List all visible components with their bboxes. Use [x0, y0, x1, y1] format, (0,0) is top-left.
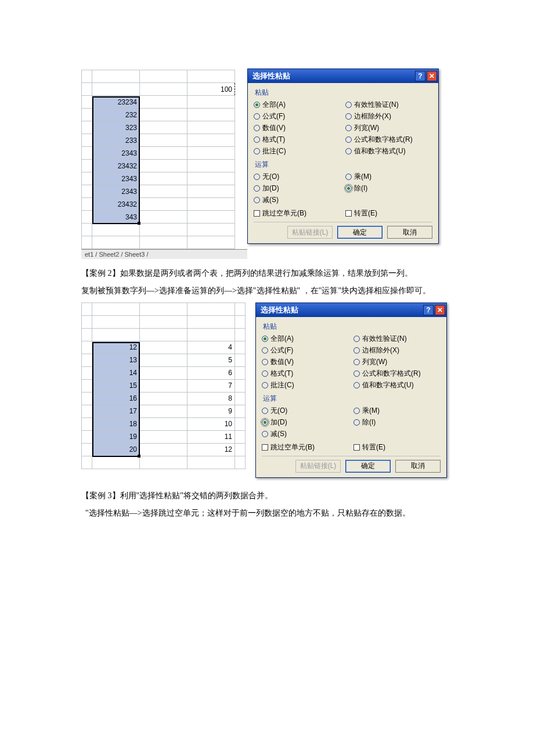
ok-button[interactable]: 确定 — [345, 460, 391, 473]
paste-special-dialog-1: 选择性粘贴 ? ✕ 粘贴 全部(A) 有效性验证(N) 公式(F) 边框除外(X… — [247, 69, 439, 244]
opt-validation[interactable]: 有效性验证(N) — [345, 100, 432, 110]
opt-all[interactable]: 全部(A) — [254, 100, 341, 110]
opt-except-border[interactable]: 边框除外(X) — [345, 111, 432, 121]
opt-except-border[interactable]: 边框除外(X) — [353, 345, 441, 355]
opt-colwidth-label: 列宽(W) — [362, 357, 387, 367]
cell-a9[interactable]: 23432 — [92, 198, 140, 211]
opt-comments[interactable]: 批注(C) — [254, 146, 341, 156]
cell-a4b[interactable]: 15 — [92, 379, 140, 392]
radio-icon — [254, 197, 260, 203]
skip-blanks-label: 跳过空单元(B) — [270, 442, 315, 452]
radio-icon — [353, 370, 360, 377]
opt-formulas[interactable]: 公式(F) — [262, 345, 349, 355]
spreadsheet-1[interactable]: 100 23234 232 323 233 2343 23432 2343 23… — [81, 70, 247, 259]
selection-handle-2[interactable] — [138, 455, 140, 458]
close-icon[interactable]: ✕ — [435, 305, 445, 315]
skip-blanks-check[interactable]: 跳过空单元(B) — [262, 442, 349, 452]
dialog-titlebar[interactable]: 选择性粘贴 ? ✕ — [256, 303, 446, 317]
radio-icon — [353, 419, 360, 426]
cancel-button[interactable]: 取消 — [395, 460, 441, 473]
op-mul[interactable]: 乘(M) — [353, 406, 441, 416]
cell-c9[interactable]: 12 — [187, 443, 235, 456]
op-none[interactable]: 无(O) — [262, 406, 349, 416]
cell-a2b[interactable]: 13 — [92, 354, 140, 366]
opt-value-num-label: 值和数字格式(U) — [362, 380, 414, 390]
dialog-title: 选择性粘贴 — [252, 71, 290, 81]
op-sub[interactable]: 减(S) — [254, 195, 341, 205]
opt-formulas-label: 公式(F) — [262, 111, 285, 121]
cell-a6b[interactable]: 17 — [92, 405, 140, 417]
paste-link-button: 粘贴链接(L) — [287, 226, 333, 239]
opt-values[interactable]: 数值(V) — [262, 357, 349, 367]
opt-value-num-label: 值和数字格式(U) — [354, 146, 406, 156]
op-sub-label: 减(S) — [270, 429, 287, 439]
opt-comments[interactable]: 批注(C) — [262, 380, 349, 390]
opt-colwidth[interactable]: 列宽(W) — [345, 123, 432, 133]
cell-c7[interactable]: 10 — [187, 417, 235, 430]
dialog-titlebar[interactable]: 选择性粘贴 ? ✕ — [248, 69, 438, 83]
opt-formats[interactable]: 格式(T) — [262, 369, 349, 379]
cell-c2[interactable]: 5 — [187, 354, 235, 366]
cell-a1b[interactable]: 12 — [92, 341, 140, 354]
opt-formula-num[interactable]: 公式和数字格式(R) — [353, 369, 441, 379]
cell-a8b[interactable]: 19 — [92, 430, 140, 443]
skip-blanks-check[interactable]: 跳过空单元(B) — [254, 208, 341, 218]
sheet-tabs[interactable]: et1 / Sheet2 / Sheet3 / — [81, 249, 247, 259]
op-add[interactable]: 加(D) — [262, 417, 349, 427]
cell-c1[interactable]: 4 — [187, 341, 235, 354]
op-none[interactable]: 无(O) — [254, 172, 341, 182]
cancel-button[interactable]: 取消 — [387, 226, 432, 239]
cell-a7b[interactable]: 18 — [92, 417, 140, 430]
opt-values[interactable]: 数值(V) — [254, 123, 341, 133]
opt-validation[interactable]: 有效性验证(N) — [353, 334, 441, 344]
ok-button[interactable]: 确定 — [337, 226, 383, 239]
cell-a3[interactable]: 323 — [92, 121, 140, 134]
sheet-grid-1[interactable]: 100 23234 232 323 233 2343 23432 2343 23… — [81, 70, 235, 249]
opt-value-num[interactable]: 值和数字格式(U) — [345, 146, 432, 156]
op-sub[interactable]: 减(S) — [262, 429, 349, 439]
cell-c6[interactable]: 9 — [187, 405, 235, 417]
selection-handle-1[interactable] — [138, 222, 140, 225]
transpose-check[interactable]: 转置(E) — [345, 208, 432, 218]
op-div[interactable]: 除(I) — [353, 417, 441, 427]
close-icon[interactable]: ✕ — [427, 71, 437, 81]
op-mul[interactable]: 乘(M) — [345, 172, 432, 182]
cell-a7[interactable]: 2343 — [92, 172, 140, 185]
opt-formats[interactable]: 格式(T) — [254, 135, 341, 145]
cell-a5b[interactable]: 16 — [92, 392, 140, 405]
help-icon[interactable]: ? — [423, 305, 434, 315]
cell-a10[interactable]: 343 — [92, 211, 140, 224]
spreadsheet-2[interactable]: 124 135 146 157 168 179 1810 1911 2012 — [81, 303, 255, 469]
marquee-cell[interactable]: 100 — [187, 83, 235, 96]
cell-a8[interactable]: 2343 — [92, 185, 140, 198]
opt-all[interactable]: 全部(A) — [262, 334, 349, 344]
cell-a4[interactable]: 233 — [92, 134, 140, 147]
cell-a1[interactable]: 23234 — [92, 96, 140, 109]
cell-a9b[interactable]: 20 — [92, 443, 140, 456]
radio-icon — [345, 113, 352, 120]
opt-except-border-label: 边框除外(X) — [354, 111, 391, 121]
cell-c8[interactable]: 11 — [187, 430, 235, 443]
dialog-title: 选择性粘贴 — [261, 305, 298, 315]
opt-formats-label: 格式(T) — [270, 369, 293, 379]
transpose-check[interactable]: 转置(E) — [353, 442, 441, 452]
para-case2-title: 【案例 2】如果数据是两列或者两个表，把两列的结果进行加减乘除运算，结果放到第一… — [81, 267, 453, 280]
opt-colwidth[interactable]: 列宽(W) — [353, 357, 441, 367]
opt-formulas[interactable]: 公式(F) — [254, 111, 341, 121]
radio-icon — [345, 148, 352, 154]
radio-icon — [262, 408, 268, 414]
opt-value-num[interactable]: 值和数字格式(U) — [353, 380, 441, 390]
sheet-grid-2[interactable]: 124 135 146 157 168 179 1810 1911 2012 — [81, 303, 246, 469]
help-icon[interactable]: ? — [415, 71, 425, 81]
opt-formula-num[interactable]: 公式和数字格式(R) — [345, 135, 432, 145]
cell-a3b[interactable]: 14 — [92, 366, 140, 379]
cell-c5[interactable]: 8 — [187, 392, 235, 405]
cell-a2[interactable]: 232 — [92, 109, 140, 121]
opt-validation-label: 有效性验证(N) — [354, 100, 399, 110]
cell-a5[interactable]: 2343 — [92, 147, 140, 160]
cell-c3[interactable]: 6 — [187, 366, 235, 379]
cell-a6[interactable]: 23432 — [92, 160, 140, 172]
op-div[interactable]: 除(I) — [345, 183, 432, 193]
op-add[interactable]: 加(D) — [254, 183, 341, 193]
cell-c4[interactable]: 7 — [187, 379, 235, 392]
